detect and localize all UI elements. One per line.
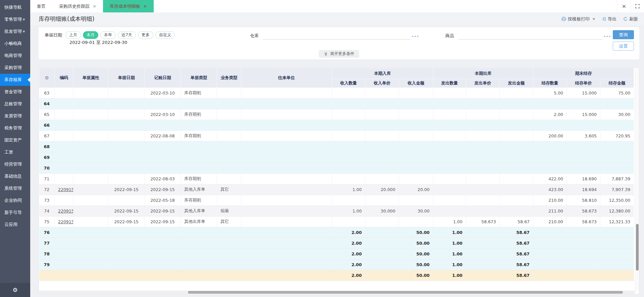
print-by-template-button[interactable]: 按模板打印 ▼ <box>561 16 595 22</box>
chevron-down-icon: ▼ <box>593 17 595 21</box>
date-chip[interactable]: 自定义 <box>155 31 175 39</box>
horizontal-scrollbar-thumb[interactable] <box>188 291 623 294</box>
sidebar-item[interactable]: 资金管理 <box>0 86 30 98</box>
sidebar-item[interactable]: 新手引导 <box>0 206 30 219</box>
date-chip[interactable]: 本年 <box>100 31 116 39</box>
vertical-scrollbar[interactable] <box>635 68 639 291</box>
column-header-bal_amt: 结存金额 <box>600 79 634 88</box>
tab-close-icon[interactable]: × <box>143 4 147 9</box>
date-chip[interactable]: 近7天 <box>118 31 136 39</box>
sidebar-item[interactable]: 库存核算 <box>0 74 30 86</box>
refresh-button[interactable]: 刷新 <box>623 16 638 22</box>
product-input[interactable]: ••• <box>458 32 602 40</box>
export-button[interactable]: 导出 <box>602 16 616 22</box>
date-chip[interactable]: 更多 <box>138 31 153 39</box>
sidebar-item[interactable]: 企业协同 <box>0 194 30 206</box>
sidebar-item[interactable]: 工资 <box>0 146 30 158</box>
document-code-link[interactable]: 220915-0 <box>58 187 73 192</box>
table-row[interactable]: 69 <box>39 152 634 163</box>
cell-in_price <box>365 131 399 141</box>
cell-in_qty: 1.00 <box>332 184 365 195</box>
table-row[interactable]: 672022-08-08库存期初200.003.605720.95 <box>39 131 634 141</box>
cell-code <box>55 259 73 270</box>
table-row[interactable]: 64 <box>39 99 634 109</box>
cell-code: 220915-0 <box>55 206 73 217</box>
cell-in_amt <box>399 88 433 99</box>
sidebar-item[interactable]: 采购管理 <box>0 62 30 74</box>
sidebar-item[interactable]: 固定资产 <box>0 134 30 146</box>
cell-bal_qty <box>533 270 567 281</box>
cell-bal_amt <box>600 249 634 259</box>
table-row[interactable]: 732022-05-18库存期初210.0058.81012,350.00 <box>39 195 634 206</box>
product-more-button[interactable]: ••• <box>604 34 611 39</box>
fullscreen-button[interactable] <box>631 0 644 12</box>
sidebar-item[interactable]: 基础信息 <box>0 170 30 182</box>
date-chip[interactable]: 本月 <box>83 31 98 39</box>
sidebar-item[interactable]: 电商管理 <box>0 50 30 62</box>
cell-book_date: 2022-09-15 <box>145 217 181 227</box>
cell-num: 69 <box>39 152 55 163</box>
table-row[interactable]: 66 <box>39 120 634 131</box>
table-row[interactable]: 2.0050.001.0058.67 <box>39 270 634 281</box>
sidebar-item[interactable]: 系统管理 <box>0 182 30 194</box>
sidebar-settings-button[interactable]: ⚙ <box>0 283 30 297</box>
cell-in_price <box>365 141 399 152</box>
table-row[interactable]: 72220915-02022-09-152022-09-15其他入库单其它1.0… <box>39 184 634 195</box>
document-code-link[interactable]: 220915-0 <box>58 209 73 214</box>
close-all-button[interactable]: × <box>617 0 631 12</box>
query-button[interactable]: 查询 <box>613 30 634 39</box>
cell-in_amt: 50.00 <box>399 270 433 281</box>
date-chip[interactable]: 上月 <box>65 31 81 39</box>
vertical-scrollbar-thumb[interactable] <box>636 224 639 271</box>
column-header-out_amt: 发出金额 <box>500 79 533 88</box>
table-row[interactable]: 712022-08-03库存期初422.0018.6907,887.39 <box>39 174 634 184</box>
cell-bal_amt <box>600 238 634 249</box>
table-row[interactable]: 68 <box>39 141 634 152</box>
sidebar-item[interactable]: 批发管理▼ <box>0 25 30 38</box>
table-header-group-row: ⚙编码单据属性单据日期记账日期单据类型业务类型往来单位本期入库本期出库期末结存 <box>39 68 634 79</box>
close-icon: × <box>622 3 626 9</box>
column-header-book_date: 记账日期 <box>145 68 181 88</box>
cell-num: 75 <box>39 217 55 227</box>
warehouse-more-button[interactable]: ••• <box>412 34 419 39</box>
table-row[interactable]: 792.0050.001.0058.67 <box>39 259 634 270</box>
tab[interactable]: 库存成本明细账× <box>103 0 154 12</box>
sidebar-item[interactable]: 零售管理▼ <box>0 13 30 25</box>
cell-bal_qty: 422.00 <box>533 174 567 184</box>
cell-book_date <box>145 163 181 174</box>
table-row[interactable]: 75220915-02022-09-152022-09-15其他出库单其它1.0… <box>39 217 634 227</box>
document-code-link[interactable]: 220915-0 <box>58 219 73 224</box>
warehouse-input[interactable]: ••• <box>263 32 410 40</box>
table-row[interactable]: 652022-03-10库存期初2.0015.00030.00 <box>39 109 634 120</box>
expand-more-conditions-button[interactable]: ≫ 展开更多条件 <box>319 50 359 58</box>
table-row[interactable]: 762.0050.001.0058.67 <box>39 227 634 238</box>
tab[interactable]: 采购历史价跟踪× <box>52 0 103 12</box>
cell-in_qty: 2.00 <box>332 270 365 281</box>
tab-close-icon[interactable]: × <box>93 4 96 9</box>
sidebar-item[interactable]: 快捷导航 <box>0 1 30 13</box>
sidebar-item[interactable]: 小畅电商 <box>0 38 30 50</box>
tab-label: 库存成本明细账 <box>110 3 140 9</box>
cell-partner <box>241 249 332 259</box>
table-row[interactable]: 772.0050.001.0058.67 <box>39 238 634 249</box>
column-settings-gear-icon[interactable]: ⚙ <box>45 75 49 80</box>
sidebar-item[interactable]: 税务管理 <box>0 122 30 134</box>
sidebar-item[interactable]: 发票管理 <box>0 110 30 122</box>
table-row[interactable]: 74220915-02022-09-152022-09-15其他入库单组装1.0… <box>39 206 634 217</box>
page-header: 库存明细账(成本明细) 按模板打印 ▼ 导出 <box>30 12 644 25</box>
table-row[interactable]: 782.0050.001.0058.67 <box>39 249 634 259</box>
sidebar-item[interactable]: 云应用 <box>0 219 30 231</box>
horizontal-scrollbar[interactable] <box>39 291 635 294</box>
table-row[interactable]: 632022-03-10库存期初5.0015.00075.00 <box>39 88 634 99</box>
table-row[interactable]: 70 <box>39 163 634 174</box>
cell-in_amt <box>399 99 433 109</box>
tab[interactable]: 首页 <box>30 0 52 12</box>
cell-biz_type <box>217 88 241 99</box>
cell-num: 71 <box>39 174 55 184</box>
sidebar-item[interactable]: 总账管理 <box>0 98 30 110</box>
cell-book_date: 2022-09-15 <box>145 206 181 217</box>
sidebar-item[interactable]: 经营管理 <box>0 158 30 170</box>
cell-in_price <box>365 152 399 163</box>
settings-button[interactable]: 设置 <box>613 42 634 51</box>
sidebar-item-label: 库存核算 <box>4 77 22 83</box>
